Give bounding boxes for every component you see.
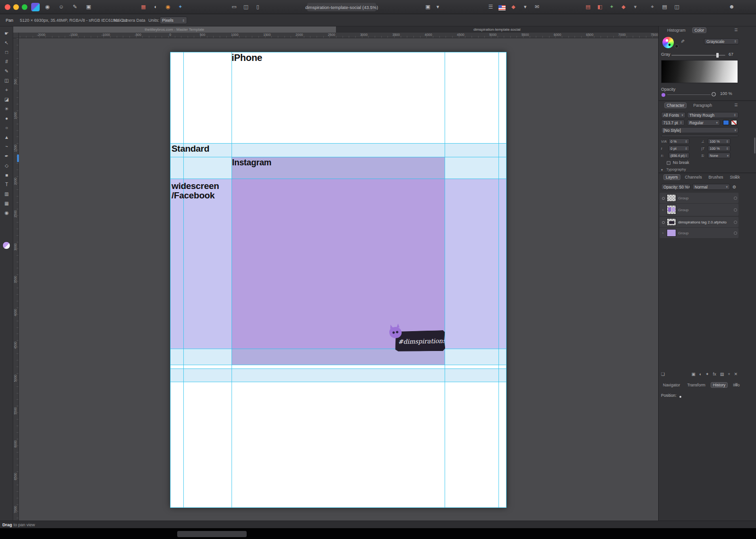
panel-menu-icon[interactable]: ☰ [734,383,738,387]
font-weight-select[interactable]: Regular ▾ [687,120,720,126]
accounts-icon[interactable]: ☺ [57,3,65,11]
kerning-input[interactable]: 0 % ⇕ [669,138,689,144]
group-layers-icon[interactable]: ▤ [720,372,724,376]
panel-menu-icon[interactable]: ☰ [734,28,738,32]
guide-line[interactable] [170,157,507,157]
tab-histogram[interactable]: Histogram [665,27,687,33]
feedback-icon[interactable]: ✉ [533,3,541,11]
tab-channels[interactable]: Channels [683,174,704,180]
guide-line[interactable] [445,52,445,508]
guide-line[interactable] [170,52,507,52]
tab-paragraph[interactable]: Paragraph [691,103,714,108]
color-mode-select[interactable]: Grayscale ⇕ [704,38,739,44]
layer-row[interactable]: ›Group [660,204,739,216]
expand-arrow-icon[interactable]: › [661,208,665,212]
sharpen-tool-icon[interactable]: ▲ [2,133,11,142]
font-size-select[interactable]: 713.7 pt ⇕ [661,120,685,126]
paint-icon[interactable]: ✎ [71,3,79,11]
font-name-select[interactable]: Thirsty Rough ⇕ [687,112,739,118]
smudge-tool-icon[interactable]: ~ [2,143,11,151]
guide-line[interactable] [170,507,507,508]
close-window-button[interactable] [5,4,10,10]
slice-icon[interactable]: ◧ [596,3,604,11]
tab-color[interactable]: Color [692,27,706,33]
crop-preset-icon[interactable]: ▤ [584,3,592,11]
gray-slider-handle[interactable] [716,53,719,58]
layer-toggle[interactable] [734,231,737,235]
text-fill-swatch[interactable] [723,120,729,125]
paint-brush-tool-icon[interactable]: ✎ [2,67,11,76]
tab-history[interactable]: History [711,382,728,388]
liquify-persona-icon[interactable]: ◉ [164,3,172,11]
baseline-input[interactable]: 0 pt ⇕ [669,145,689,151]
selection-tool-icon[interactable]: □ [2,48,11,57]
zoom-window-button[interactable] [22,4,27,10]
panel-menu-icon[interactable]: ☰ [734,175,738,179]
panel-menu-icon[interactable]: ☰ [734,103,738,107]
h-scale-input[interactable]: 100 % ⇕ [708,138,730,144]
flag-icon[interactable] [498,5,506,10]
active-document-tab[interactable]: dimspiration-template-social [336,26,659,33]
document-page[interactable]: iPhone Standard Instagram widescreen /Fa… [170,52,507,508]
blend-mode-select[interactable]: Normal ▾ [692,184,730,190]
more-icon[interactable]: ▾ [631,3,639,11]
layer-effects-icon[interactable]: fx [713,372,716,376]
color-wheel[interactable] [662,37,674,48]
node-tool-icon[interactable]: ◇ [2,162,11,170]
grayscale-gradient-box[interactable] [661,60,738,83]
layer-row[interactable]: dimspirations tag 2.0.afphoto [660,217,739,227]
rectangle-tool-icon[interactable]: ■ [2,171,11,180]
spelling-input[interactable]: None ▾ [708,153,730,158]
guide-line[interactable] [170,365,507,365]
layer-opacity-select[interactable]: Opacity: 50 % ▾ [661,184,690,190]
dimspirations-tag[interactable]: #dimspirations [395,330,446,352]
search-icon[interactable]: ⌖ [648,3,656,11]
palette-icon[interactable]: ✦ [608,3,616,11]
develop-persona-icon[interactable]: ▦ [139,3,147,11]
pan-tool-icon[interactable]: ☛ [2,29,11,38]
export-persona-icon[interactable]: ✦ [176,3,184,11]
typography-section-label[interactable]: Typography [666,167,686,171]
layer-toggle[interactable] [734,221,737,224]
gradient-tool-icon[interactable]: ▥ [2,190,11,198]
history-position-handle[interactable] [679,396,681,398]
mask-layer-icon[interactable]: ▣ [691,372,696,376]
guide-line[interactable] [170,179,507,179]
opacity-slider[interactable] [667,94,711,95]
edit-all-layers-icon[interactable]: ❏ [661,372,665,376]
guide-line[interactable] [183,52,184,508]
alert-icon[interactable]: ◆ [619,3,627,11]
panels-icon[interactable]: ◫ [673,3,681,11]
text-tool-icon[interactable]: T [2,180,11,189]
units-select[interactable]: Pixels ⇕ [160,17,187,24]
live-filter-icon[interactable]: ✦ [705,372,709,376]
healing-brush-tool-icon[interactable]: + [2,86,11,94]
secondary-color-swatch[interactable] [675,44,679,48]
minimize-window-button[interactable] [13,4,19,10]
brushes-studio-icon[interactable]: ◉ [43,3,52,11]
adjustment-layer-icon[interactable]: ◐ [699,372,702,376]
guide-line[interactable] [170,382,507,382]
move-tool-icon[interactable]: ↖ [2,39,11,47]
mesh-warp-tool-icon[interactable]: ▦ [2,199,11,208]
font-scope-select[interactable]: All Fonts ▾ [661,112,686,118]
no-break-checkbox[interactable] [667,161,670,165]
active-color-swatch[interactable] [2,241,10,249]
guide-line[interactable] [170,143,507,144]
gray-slider[interactable] [671,55,725,56]
panel-scrollbar[interactable] [754,137,756,154]
clone-tool-icon[interactable]: ◫ [2,77,11,85]
add-layer-icon[interactable]: + [728,372,730,376]
layer-row[interactable]: ›Group [660,228,739,238]
zoom-tool-icon[interactable]: ◉ [2,209,11,217]
grid-icon[interactable]: ▤ [661,3,669,11]
crop-tool-icon[interactable]: # [2,58,11,66]
vertical-ruler[interactable]: 5001000150020002500300035004000450050005… [13,38,19,521]
layer-toggle[interactable] [734,197,737,200]
tab-brushes[interactable]: Brushes [706,174,725,180]
preview-icon[interactable]: ▣ [424,3,432,11]
guide-line[interactable] [170,368,507,369]
preview-dropdown-icon[interactable]: ▾ [434,3,442,11]
canvas-viewport[interactable]: iPhone Standard Instagram widescreen /Fa… [19,38,658,521]
text-stroke-swatch[interactable] [731,120,737,125]
